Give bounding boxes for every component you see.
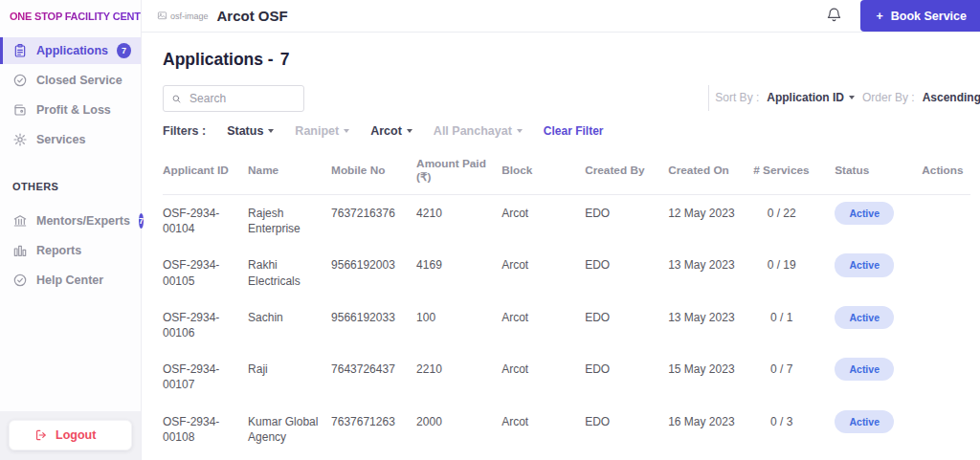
content-area: Applications -7 Sort By : Application ID… (142, 33, 980, 460)
table-row: OSF-2934-00108 Kumar Global Agency 76376… (163, 404, 970, 455)
cell-created-by: EDO (585, 195, 668, 248)
image-alt-text: osf-image (170, 11, 209, 21)
sidebar-item-label: Help Center (36, 274, 103, 287)
cell-mobile-no: 7637671263 (331, 404, 416, 455)
cell-status: Draft (835, 455, 922, 460)
applications-count-badge: 7 (117, 43, 131, 58)
chevron-down-icon (268, 129, 274, 133)
search-icon (171, 93, 182, 105)
search-input[interactable] (189, 92, 296, 105)
sidebar-footer: Logout (0, 411, 141, 460)
cell-created-by: EDO (585, 299, 668, 351)
top-header: osf-image Arcot OSF + Book Service (142, 0, 980, 33)
sort-by-dropdown[interactable]: Application ID (767, 91, 855, 104)
cell-created-on: 16 May 2023 (668, 455, 751, 460)
order-by-dropdown[interactable]: Ascending (923, 91, 980, 104)
office-title: Arcot OSF (217, 8, 288, 24)
cell-mobile-no: 9566192033 (331, 299, 416, 351)
filters-bar: Filters : Status Ranipet Arcot All Panch… (163, 124, 980, 138)
sort-controls: Sort By : Application ID Order By : Asce… (715, 91, 980, 104)
cell-mobile-no: 9566192003 (331, 247, 416, 298)
cell-name: Kumar Global Agency (248, 404, 331, 455)
sidebar-item-profit-loss[interactable]: Profit & Loss (0, 97, 141, 123)
cell-name: - (248, 455, 331, 460)
applications-count: 7 (280, 50, 290, 69)
cell-name: Sachin (248, 299, 331, 351)
block-filter-dropdown[interactable]: Arcot (370, 124, 412, 138)
table-row: OSF-2934-00105 Rakhi Electricals 9566192… (163, 247, 970, 298)
applications-table: Applicant ID Name Mobile No Amount Paid … (163, 151, 970, 460)
sidebar-item-reports[interactable]: Reports (0, 237, 141, 264)
col-mobile-no: Mobile No (331, 151, 416, 195)
cell-actions: ⋮ (922, 195, 970, 248)
search-box[interactable] (163, 85, 304, 112)
cell-applicant-id: OSF-2934-00105 (163, 247, 248, 298)
cell-created-by: EDO (585, 455, 668, 460)
cell-applicant-id: - (163, 455, 248, 460)
cell-created-on: 13 May 2023 (668, 299, 751, 351)
cell-mobile-no: 7364732647 (331, 455, 416, 460)
order-by-label: Order By : (862, 91, 915, 104)
col-status: Status (835, 151, 922, 195)
sidebar-item-label: Profit & Loss (36, 103, 111, 117)
cell-services: 0 / 19 (751, 247, 835, 298)
notifications-button[interactable] (823, 4, 845, 29)
institution-icon (12, 213, 28, 229)
cell-status: Active (835, 351, 922, 403)
cell-block: Arcot (501, 351, 585, 403)
cell-services: 0 / 7 (751, 351, 835, 403)
clear-filter-link[interactable]: Clear Filter (544, 124, 604, 138)
col-created-on: Created On (668, 151, 751, 195)
chevron-down-icon (344, 129, 349, 133)
cell-block: - (501, 455, 585, 460)
cell-services: 0 / 3 (751, 404, 835, 455)
status-badge: Active (835, 306, 894, 329)
sidebar-item-label: Closed Service (36, 74, 122, 87)
book-service-label: Book Service (891, 10, 967, 23)
cell-amount-paid: 4210 (416, 195, 501, 248)
sidebar-others-nav: Mentors/Experts 7 Reports Help Center (0, 208, 141, 296)
cell-created-by: EDO (585, 404, 668, 455)
cell-amount-paid: 4169 (416, 247, 501, 298)
sidebar-item-applications[interactable]: Applications 7 (0, 37, 141, 64)
cell-services: 0 / 0 (751, 455, 835, 460)
page-title: Applications -7 (163, 50, 980, 70)
main-area: osf-image Arcot OSF + Book Service Appli… (142, 0, 980, 460)
money-icon (12, 102, 28, 118)
cell-name: Rajesh Enterprise (248, 195, 331, 248)
cell-actions: ⋮ (922, 351, 970, 403)
cell-mobile-no: 7637216376 (331, 195, 416, 248)
logout-button[interactable]: Logout (9, 420, 132, 450)
col-services: # Services (751, 151, 835, 195)
brand-logo: ONE STOP FACILITY CENTRE (0, 0, 141, 32)
cell-services: 0 / 22 (751, 195, 835, 248)
bar-chart-icon (12, 243, 28, 258)
cell-applicant-id: OSF-2934-00107 (163, 351, 248, 403)
sidebar-item-label: Applications (36, 44, 108, 57)
sidebar-item-label: Mentors/Experts (36, 214, 130, 228)
panchayat-filter-dropdown[interactable]: All Panchayat (434, 124, 523, 138)
sidebar-item-services[interactable]: Services (0, 126, 141, 153)
cell-created-by: EDO (585, 247, 668, 298)
cell-name: Rakhi Electricals (248, 247, 331, 298)
col-block: Block (501, 151, 585, 195)
clipboard-icon (12, 43, 28, 58)
cell-applicant-id: OSF-2934-00108 (163, 404, 248, 455)
cell-amount-paid: 100 (416, 299, 501, 351)
district-filter-dropdown[interactable]: Ranipet (295, 124, 349, 138)
status-filter-dropdown[interactable]: Status (227, 124, 274, 138)
sidebar-item-closed-service[interactable]: Closed Service (0, 67, 141, 94)
cell-amount-paid: 2000 (416, 404, 501, 455)
sort-by-label: Sort By : (715, 91, 759, 104)
col-applicant-id: Applicant ID (163, 151, 248, 195)
book-service-button[interactable]: + Book Service (860, 0, 980, 32)
cell-block: Arcot (501, 247, 585, 298)
cell-actions: ⋮ (922, 247, 970, 298)
status-badge: Active (835, 253, 894, 276)
col-name: Name (248, 151, 331, 195)
sidebar-item-help-center[interactable]: Help Center (0, 267, 141, 294)
cell-actions: ⋮ (922, 299, 970, 351)
sidebar-item-mentors-experts[interactable]: Mentors/Experts 7 (0, 208, 141, 234)
cell-status: Active (835, 404, 922, 455)
status-badge: Active (835, 358, 894, 381)
